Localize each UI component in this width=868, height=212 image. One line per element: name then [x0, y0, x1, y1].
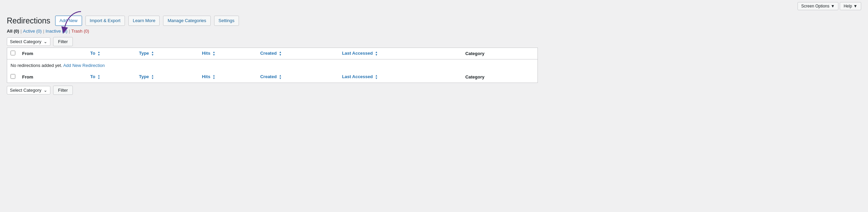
col-category-footer-label: Category: [465, 74, 484, 80]
col-last-accessed-sort-icon-footer[interactable]: ▲▼: [375, 74, 378, 80]
help-button[interactable]: Help ▼: [840, 2, 861, 10]
redirections-table: From To ▲▼ Type ▲▼ Hits ▲▼ Created ▲▼: [7, 48, 538, 83]
table-foot-row: From To ▲▼ Type ▲▼ Hits ▲▼ Created ▲▼: [7, 71, 538, 83]
tablenav-top: Select Category ⌄ Filter: [7, 37, 538, 46]
select-category-top-label: Select Category: [10, 39, 42, 44]
learn-more-button[interactable]: Learn More: [128, 16, 160, 26]
col-to-sort-icon[interactable]: ▲▼: [98, 51, 100, 56]
table-head-row: From To ▲▼ Type ▲▼ Hits ▲▼ Created ▲▼: [7, 48, 538, 59]
filter-top-button[interactable]: Filter: [53, 37, 73, 46]
col-last-accessed-label: Last Accessed: [342, 51, 373, 56]
col-hits-label: Hits: [202, 51, 210, 56]
col-header-last-accessed[interactable]: Last Accessed ▲▼: [339, 48, 462, 59]
settings-button[interactable]: Settings: [214, 16, 239, 26]
check-all-checkbox-bottom[interactable]: [11, 74, 15, 79]
filter-trash-link[interactable]: Trash (0): [71, 29, 89, 34]
table-row-empty: No redirections added yet. Add New Redir…: [7, 59, 538, 72]
filter-all-link[interactable]: All (0): [7, 29, 19, 34]
sep-1: |: [20, 29, 21, 34]
col-footer-last-accessed[interactable]: Last Accessed ▲▼: [339, 71, 462, 83]
select-category-top-button[interactable]: Select Category ⌄: [7, 37, 50, 46]
col-footer-check: [7, 71, 19, 83]
col-created-sort-icon[interactable]: ▲▼: [279, 51, 282, 56]
col-created-sort-icon-footer[interactable]: ▲▼: [279, 74, 282, 80]
filter-inactive-link[interactable]: Inactive (0): [46, 29, 67, 34]
col-header-category: Category: [462, 48, 538, 59]
col-to-label: To: [90, 51, 95, 56]
col-header-created[interactable]: Created ▲▼: [257, 48, 338, 59]
import-export-button[interactable]: Import & Export: [85, 16, 125, 26]
screen-options-arrow-icon: ▼: [831, 4, 835, 8]
select-category-bottom-label: Select Category: [10, 88, 42, 93]
col-header-check: [7, 48, 19, 59]
help-arrow-icon: ▼: [853, 4, 857, 8]
col-category-label: Category: [465, 51, 484, 56]
check-all-checkbox-top[interactable]: [11, 51, 15, 55]
col-header-from: From: [19, 48, 87, 59]
table-body: No redirections added yet. Add New Redir…: [7, 59, 538, 72]
main-wrap: Redirections Add New Import & Export Lea…: [0, 12, 545, 103]
col-type-sort-icon[interactable]: ▲▼: [151, 51, 154, 56]
col-footer-from: From: [19, 71, 87, 83]
col-to-sort-icon-footer[interactable]: ▲▼: [98, 74, 100, 80]
col-created-label: Created: [260, 51, 276, 56]
chevron-down-icon-top: ⌄: [44, 39, 47, 44]
screen-options-button[interactable]: Screen Options ▼: [798, 2, 839, 10]
sep-2: |: [43, 29, 44, 34]
filter-links: All (0) | Active (0) | Inactive (0) | Tr…: [7, 29, 538, 34]
col-footer-type[interactable]: Type ▲▼: [135, 71, 198, 83]
col-footer-created[interactable]: Created ▲▼: [257, 71, 338, 83]
filter-bottom-button[interactable]: Filter: [53, 86, 73, 95]
col-type-footer-label: Type: [139, 74, 149, 79]
chevron-down-icon-bottom: ⌄: [44, 88, 47, 93]
add-new-button[interactable]: Add New: [55, 16, 82, 26]
col-footer-hits[interactable]: Hits ▲▼: [198, 71, 257, 83]
table-head: From To ▲▼ Type ▲▼ Hits ▲▼ Created ▲▼: [7, 48, 538, 59]
tablenav-bottom: Select Category ⌄ Filter: [7, 86, 538, 95]
select-category-bottom-button[interactable]: Select Category ⌄: [7, 86, 50, 94]
filter-active-link[interactable]: Active (0): [23, 29, 42, 34]
header-row: Redirections Add New Import & Export Lea…: [7, 16, 538, 26]
col-last-accessed-footer-label: Last Accessed: [342, 74, 373, 79]
col-header-type[interactable]: Type ▲▼: [135, 48, 198, 59]
col-header-to[interactable]: To ▲▼: [87, 48, 135, 59]
col-footer-category: Category: [462, 71, 538, 83]
manage-categories-button[interactable]: Manage Categories: [163, 16, 210, 26]
col-type-sort-icon-footer[interactable]: ▲▼: [151, 74, 154, 80]
col-created-footer-label: Created: [260, 74, 276, 79]
col-footer-to[interactable]: To ▲▼: [87, 71, 135, 83]
col-header-hits[interactable]: Hits ▲▼: [198, 48, 257, 59]
sep-3: |: [69, 29, 70, 34]
empty-message-cell: No redirections added yet. Add New Redir…: [7, 59, 538, 72]
col-hits-sort-icon-footer[interactable]: ▲▼: [213, 74, 215, 80]
help-label: Help: [843, 4, 852, 8]
col-to-footer-label: To: [90, 74, 95, 79]
add-new-redirection-link[interactable]: Add New Redirection: [63, 63, 105, 68]
col-last-accessed-sort-icon[interactable]: ▲▼: [375, 51, 378, 56]
col-hits-sort-icon[interactable]: ▲▼: [213, 51, 215, 56]
empty-message-text: No redirections added yet.: [11, 63, 62, 68]
table-foot: From To ▲▼ Type ▲▼ Hits ▲▼ Created ▲▼: [7, 71, 538, 83]
col-type-label: Type: [139, 51, 149, 56]
col-from-label: From: [22, 51, 33, 56]
col-hits-footer-label: Hits: [202, 74, 210, 79]
screen-options-label: Screen Options: [801, 4, 830, 8]
page-title: Redirections: [7, 16, 50, 25]
top-bar: Screen Options ▼ Help ▼: [0, 0, 868, 12]
col-from-footer-label: From: [22, 74, 33, 80]
